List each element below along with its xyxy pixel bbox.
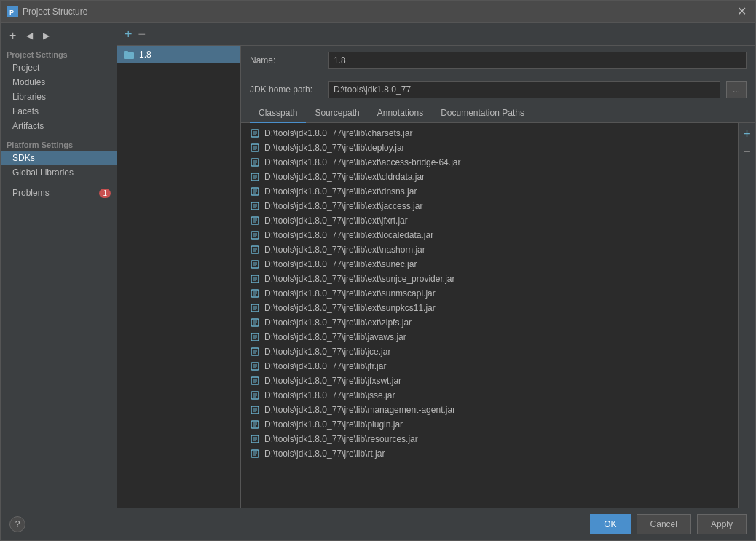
jar-path: D:\tools\jdk1.8.0_77\jre\lib\ext\access-… — [264, 157, 460, 167]
jar-file-icon — [250, 216, 260, 226]
jdk-home-label: JDK home path: — [250, 84, 323, 95]
project-structure-dialog: P Project Structure ✕ + ◀ ▶ Project Sett… — [0, 0, 756, 541]
jar-path: D:\tools\jdk1.8.0_77\jre\lib\ext\zipfs.j… — [264, 317, 412, 328]
tabs-bar: Classpath Sourcepath Annotations Documen… — [241, 104, 755, 123]
help-button[interactable]: ? — [9, 516, 25, 532]
sidebar-item-global-libraries[interactable]: Global Libraries — [1, 165, 117, 180]
jar-list-item[interactable]: D:\tools\jdk1.8.0_77\jre\lib\ext\access-… — [241, 155, 738, 170]
jar-list-item[interactable]: D:\tools\jdk1.8.0_77\jre\lib\rt.jar — [241, 446, 738, 461]
detail-area: Name: JDK home path: ... Classpath — [241, 46, 755, 508]
svg-rect-2 — [124, 52, 134, 59]
jar-file-icon — [250, 390, 260, 400]
jar-list-item[interactable]: D:\tools\jdk1.8.0_77\jre\lib\charsets.ja… — [241, 126, 738, 141]
sidebar-nav-back-button[interactable]: ◀ — [23, 30, 36, 42]
jar-list-item[interactable]: D:\tools\jdk1.8.0_77\jre\lib\ext\jfxrt.j… — [241, 213, 738, 228]
jar-file-icon — [250, 143, 260, 153]
sidebar-item-project[interactable]: Project — [1, 60, 117, 75]
jar-file-icon — [250, 347, 260, 357]
jar-list-item[interactable]: D:\tools\jdk1.8.0_77\jre\lib\ext\sunpkcs… — [241, 301, 738, 315]
sidebar-add-button[interactable]: + — [7, 28, 19, 43]
name-row: Name: — [241, 46, 755, 75]
jar-list-item[interactable]: D:\tools\jdk1.8.0_77\jre\lib\jfr.jar — [241, 359, 738, 374]
sdk-list: 1.8 — [117, 46, 241, 508]
problems-badge: 1 — [99, 189, 111, 198]
tab-annotations[interactable]: Annotations — [369, 104, 432, 123]
browse-button[interactable]: ... — [726, 81, 747, 98]
jar-path: D:\tools\jdk1.8.0_77\jre\lib\javaws.jar — [264, 332, 406, 342]
jar-file-icon — [250, 274, 260, 284]
tab-sourcepath[interactable]: Sourcepath — [306, 104, 368, 123]
jar-list-item[interactable]: D:\tools\jdk1.8.0_77\jre\lib\deploy.jar — [241, 141, 738, 155]
jar-list-item[interactable]: D:\tools\jdk1.8.0_77\jre\lib\plugin.jar — [241, 417, 738, 432]
close-button[interactable]: ✕ — [734, 4, 749, 18]
jar-list-item[interactable]: D:\tools\jdk1.8.0_77\jre\lib\ext\sunec.j… — [241, 257, 738, 272]
jar-add-button[interactable]: + — [741, 126, 752, 142]
jar-list-item[interactable]: D:\tools\jdk1.8.0_77\jre\lib\resources.j… — [241, 432, 738, 446]
jar-list-item[interactable]: D:\tools\jdk1.8.0_77\jre\lib\javaws.jar — [241, 330, 738, 344]
jar-list-item[interactable]: D:\tools\jdk1.8.0_77\jre\lib\ext\zipfs.j… — [241, 315, 738, 330]
jar-path: D:\tools\jdk1.8.0_77\jre\lib\charsets.ja… — [264, 128, 412, 138]
jar-list-item[interactable]: D:\tools\jdk1.8.0_77\jre\lib\jce.jar — [241, 344, 738, 359]
jar-list-item[interactable]: D:\tools\jdk1.8.0_77\jre\lib\ext\nashorn… — [241, 242, 738, 257]
jar-list-item[interactable]: D:\tools\jdk1.8.0_77\jre\lib\ext\jaccess… — [241, 199, 738, 213]
jar-file-icon — [250, 172, 260, 182]
jar-list-item[interactable]: D:\tools\jdk1.8.0_77\jre\lib\ext\dnsns.j… — [241, 184, 738, 199]
tab-classpath[interactable]: Classpath — [250, 104, 306, 123]
jar-file-icon — [250, 332, 260, 342]
jar-path: D:\tools\jdk1.8.0_77\jre\lib\ext\cldrdat… — [264, 172, 425, 182]
sidebar-item-modules[interactable]: Modules — [1, 75, 117, 90]
sdk-list-item-18[interactable]: 1.8 — [117, 46, 240, 63]
sidebar-item-artifacts[interactable]: Artifacts — [1, 119, 117, 133]
sidebar-nav-forward-button[interactable]: ▶ — [40, 30, 52, 42]
jar-list-item[interactable]: D:\tools\jdk1.8.0_77\jre\lib\ext\sunjce_… — [241, 272, 738, 286]
sidebar-toolbar: + ◀ ▶ — [1, 25, 117, 46]
jar-path: D:\tools\jdk1.8.0_77\jre\lib\deploy.jar — [264, 143, 405, 153]
jdk-home-input[interactable] — [328, 81, 720, 98]
sidebar-item-problems[interactable]: Problems 1 — [1, 186, 117, 200]
jar-list[interactable]: D:\tools\jdk1.8.0_77\jre\lib\charsets.ja… — [241, 123, 738, 508]
jdk-home-row: JDK home path: ... — [241, 75, 755, 104]
footer-left: ? — [9, 516, 25, 532]
jar-file-icon — [250, 361, 260, 371]
content-area: D:\tools\jdk1.8.0_77\jre\lib\charsets.ja… — [241, 123, 755, 508]
jar-path: D:\tools\jdk1.8.0_77\jre\lib\ext\sunec.j… — [264, 259, 417, 269]
tab-documentation-paths[interactable]: Documentation Paths — [432, 104, 533, 123]
apply-button[interactable]: Apply — [697, 514, 747, 534]
jar-path: D:\tools\jdk1.8.0_77\jre\lib\ext\sunpkcs… — [264, 303, 436, 313]
jar-list-item[interactable]: D:\tools\jdk1.8.0_77\jre\lib\ext\cldrdat… — [241, 170, 738, 184]
jar-file-icon — [250, 405, 260, 415]
jar-path: D:\tools\jdk1.8.0_77\jre\lib\jce.jar — [264, 347, 390, 357]
sidebar-item-facets[interactable]: Facets — [1, 104, 117, 119]
jar-list-item[interactable]: D:\tools\jdk1.8.0_77\jre\lib\ext\sunmsca… — [241, 286, 738, 301]
dialog-icon: P — [7, 6, 18, 17]
jar-path: D:\tools\jdk1.8.0_77\jre\lib\ext\jfxrt.j… — [264, 216, 408, 226]
sdk-folder-icon — [123, 49, 135, 60]
jar-path: D:\tools\jdk1.8.0_77\jre\lib\plugin.jar — [264, 419, 403, 430]
jar-path: D:\tools\jdk1.8.0_77\jre\lib\jfr.jar — [264, 361, 386, 371]
jar-list-item[interactable]: D:\tools\jdk1.8.0_77\jre\lib\ext\localed… — [241, 228, 738, 242]
sidebar: + ◀ ▶ Project Settings Project Modules L… — [1, 23, 117, 508]
jar-list-item[interactable]: D:\tools\jdk1.8.0_77\jre\lib\management-… — [241, 403, 738, 417]
ok-button[interactable]: OK — [590, 514, 630, 534]
cancel-button[interactable]: Cancel — [637, 514, 691, 534]
sdk-add-button[interactable]: + — [123, 26, 134, 42]
main-content: + ◀ ▶ Project Settings Project Modules L… — [1, 23, 755, 508]
jar-file-icon — [250, 157, 260, 167]
jar-file-icon — [250, 245, 260, 255]
jar-file-icon — [250, 230, 260, 240]
jar-path: D:\tools\jdk1.8.0_77\jre\lib\ext\localed… — [264, 230, 433, 240]
panel-with-list: 1.8 Name: JDK home path: ... — [117, 46, 755, 508]
jar-remove-button[interactable]: − — [741, 143, 752, 159]
jar-path: D:\tools\jdk1.8.0_77\jre\lib\jsse.jar — [264, 390, 395, 400]
svg-rect-3 — [124, 51, 128, 53]
footer: ? OK Cancel Apply — [1, 508, 755, 540]
platform-settings-label: Platform Settings — [1, 133, 117, 151]
sidebar-item-libraries[interactable]: Libraries — [1, 90, 117, 104]
name-input[interactable] — [328, 52, 747, 69]
jar-list-item[interactable]: D:\tools\jdk1.8.0_77\jre\lib\jsse.jar — [241, 388, 738, 403]
sdk-remove-button[interactable]: − — [137, 26, 148, 42]
svg-text:P: P — [9, 9, 14, 16]
jar-path: D:\tools\jdk1.8.0_77\jre\lib\ext\dnsns.j… — [264, 186, 417, 197]
jar-list-item[interactable]: D:\tools\jdk1.8.0_77\jre\lib\jfxswt.jar — [241, 374, 738, 388]
sidebar-item-sdks[interactable]: SDKs — [1, 151, 117, 165]
